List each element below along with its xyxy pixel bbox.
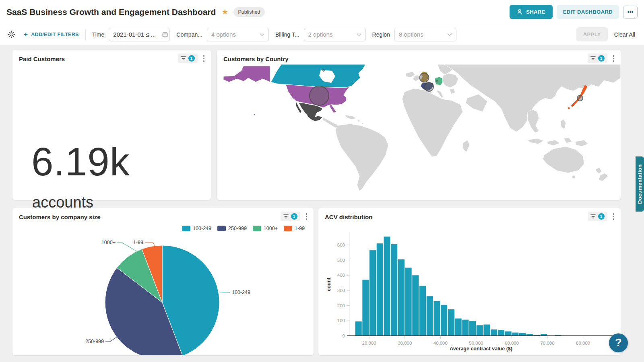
pie-slice-label: 250-999 <box>85 339 104 344</box>
widget-filter-chip[interactable]: 1 <box>588 53 607 63</box>
filter-count-badge: 1 <box>291 213 297 220</box>
x-tick-label: 80,000 <box>576 341 590 346</box>
country-canada <box>271 64 365 88</box>
filter-time-input[interactable]: 2021-01-01 ≤ ... <box>109 28 170 41</box>
map-bubble-united-states[interactable] <box>310 86 329 105</box>
legend-item-1-99[interactable]: 1-99 <box>284 226 305 231</box>
widget-filter-chip[interactable]: 1 <box>281 212 300 221</box>
pie-slice-label: 1000+ <box>101 240 116 245</box>
documentation-side-tab[interactable]: Documentation <box>636 156 644 212</box>
add-edit-filters-button[interactable]: + ADD/EDIT FILTERS <box>24 31 79 39</box>
iceland <box>405 72 415 78</box>
antilles <box>362 123 363 124</box>
legend-item-1000+[interactable]: 1000+ <box>253 226 278 231</box>
company-size-pie-chart[interactable]: 100-249250-9991000+1-99 <box>12 222 314 355</box>
filter-settings-gear-icon[interactable] <box>7 30 16 39</box>
hist-bar[interactable] <box>491 329 497 336</box>
filter-company-size-dropdown[interactable]: 4 options <box>207 28 269 41</box>
filter-label-company-size: Compan... <box>176 31 202 38</box>
filter-label-region: Region <box>372 31 390 38</box>
x-axis-title: Average contract value ($) <box>450 346 512 352</box>
pie-legend: 100-249250-9991000+1-99 <box>182 226 305 231</box>
indonesia-1 <box>527 138 544 144</box>
x-tick-label: 20,000 <box>362 341 376 346</box>
hist-bar[interactable] <box>398 259 405 336</box>
hist-bar[interactable] <box>498 330 504 336</box>
south-america <box>335 124 388 191</box>
filter-value: 2021-01-01 ≤ ... <box>113 31 156 38</box>
funnel-filter-icon <box>283 214 289 219</box>
map-bubble-france[interactable] <box>425 82 433 91</box>
legend-swatch <box>182 226 190 231</box>
hist-bar[interactable] <box>483 325 490 336</box>
filter-value: 8 options <box>399 31 423 38</box>
hist-bar[interactable] <box>419 286 426 336</box>
hist-bar[interactable] <box>405 268 412 336</box>
hist-bar[interactable] <box>455 319 462 336</box>
hist-bar[interactable] <box>355 321 362 336</box>
favorite-star-icon[interactable]: ★ <box>221 7 228 16</box>
header-more-options-button[interactable]: ••• <box>623 6 638 19</box>
hist-bar[interactable] <box>362 280 369 336</box>
pie-label-connector <box>105 337 117 341</box>
clear-all-button[interactable]: Clear All <box>614 31 635 38</box>
share-button[interactable]: SHARE <box>510 5 553 19</box>
legend-label: 1-99 <box>295 226 305 231</box>
world-choropleth-map[interactable] <box>217 64 621 200</box>
widget-menu-kebab-icon[interactable] <box>610 53 618 64</box>
country-japan-island <box>568 107 570 109</box>
hist-bar[interactable] <box>412 275 419 336</box>
country-usa-florida <box>329 105 336 113</box>
x-tick-label: 70,000 <box>540 341 554 346</box>
filter-region-dropdown[interactable]: 8 options <box>394 28 456 41</box>
arabia <box>466 94 487 112</box>
y-tick-label: 0 <box>343 333 345 338</box>
map-bubble-canada[interactable] <box>323 70 325 72</box>
map-bubble-germany[interactable] <box>436 80 438 82</box>
widget-customers-by-company-size: Customers by company size 1 100-249250-9… <box>12 208 314 355</box>
calendar-icon <box>162 32 168 37</box>
country-usa-alaska <box>223 66 270 82</box>
hist-bar[interactable] <box>384 237 390 336</box>
tasmania <box>572 175 575 179</box>
se-asia <box>527 109 539 133</box>
hist-bar[interactable] <box>377 243 383 336</box>
legend-item-100-249[interactable]: 100-249 <box>182 226 211 231</box>
filter-billing-type-dropdown[interactable]: 2 options <box>304 28 366 41</box>
hist-bar[interactable] <box>462 320 469 336</box>
help-button[interactable]: ? <box>609 333 628 352</box>
hist-bar[interactable] <box>441 305 447 336</box>
ireland <box>413 75 420 81</box>
acv-histogram-chart[interactable]: 010020030040050060020,00030,00040,00050,… <box>318 208 621 355</box>
hist-bar[interactable] <box>519 333 526 336</box>
top-header-bar: SaaS Business Growth and Engagement Dash… <box>0 0 644 24</box>
legend-label: 1000+ <box>264 226 278 231</box>
funnel-filter-icon <box>590 56 596 61</box>
hist-bar[interactable] <box>505 331 512 336</box>
legend-item-250-999[interactable]: 250-999 <box>217 226 247 231</box>
x-tick-label: 30,000 <box>398 341 412 346</box>
hist-bar[interactable] <box>427 296 433 336</box>
widget-paid-customers: Paid Customers 1 6.19k accounts <box>12 50 211 200</box>
map-bubble-united-kingdom[interactable] <box>420 73 429 82</box>
map-bubble-japan[interactable] <box>577 95 583 101</box>
hist-bar[interactable] <box>448 309 454 336</box>
share-user-icon <box>517 9 523 15</box>
hist-bar[interactable] <box>477 325 483 336</box>
hist-bar[interactable] <box>512 333 518 336</box>
widget-menu-kebab-icon[interactable] <box>303 212 311 222</box>
legend-swatch <box>284 226 292 231</box>
hist-bar[interactable] <box>469 321 476 336</box>
filter-group-company-size: Compan...4 options <box>176 28 269 41</box>
apply-button[interactable]: APPLY <box>576 27 608 41</box>
hist-bar[interactable] <box>369 250 376 336</box>
chevron-down-icon <box>447 33 452 36</box>
dashboard-title: SaaS Business Growth and Engagement Dash… <box>6 7 216 17</box>
hist-bar[interactable] <box>433 301 440 336</box>
filter-group-billing-type: Billing T...2 options <box>275 28 366 41</box>
filter-count-badge: 1 <box>598 55 605 62</box>
filter-bar: + ADD/EDIT FILTERS Time2021-01-01 ≤ ...C… <box>0 24 644 45</box>
hist-bar[interactable] <box>391 244 397 336</box>
edit-dashboard-button[interactable]: EDIT DASHBOARD <box>557 5 619 19</box>
y-tick-label: 500 <box>337 258 345 263</box>
